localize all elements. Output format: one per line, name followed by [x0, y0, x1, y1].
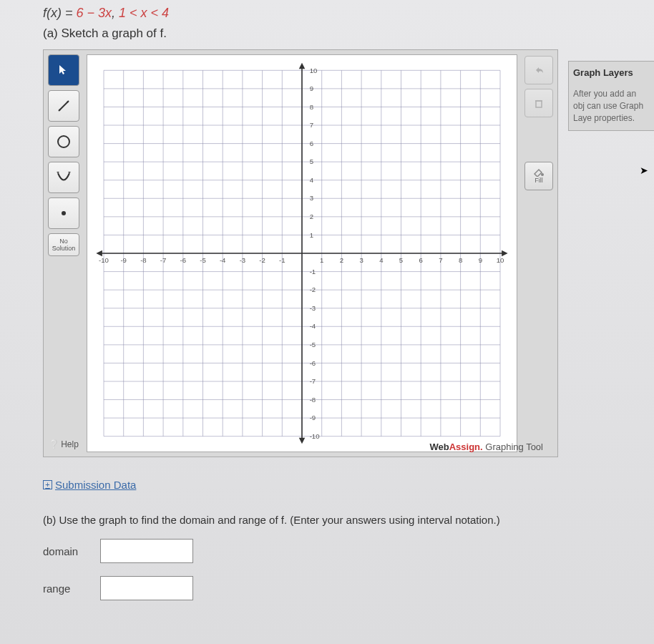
svg-text:-9: -9: [120, 256, 127, 264]
function-definition: f(x) = 6 − 3x, 1 < x < 4: [0, 0, 654, 24]
svg-text:-8: -8: [140, 256, 147, 264]
svg-text:-9: -9: [310, 414, 316, 421]
svg-text:3: 3: [359, 256, 363, 264]
right-toolbar: Fill: [520, 50, 557, 457]
svg-text:1: 1: [320, 256, 323, 264]
svg-text:2: 2: [310, 213, 313, 220]
svg-text:-5: -5: [200, 256, 206, 264]
svg-text:-3: -3: [240, 256, 246, 264]
submission-data-link[interactable]: + Submission Data: [43, 479, 136, 491]
domain-input[interactable]: [100, 539, 193, 563]
svg-text:6: 6: [419, 256, 423, 264]
svg-text:-3: -3: [310, 304, 316, 312]
range-row: range: [43, 576, 611, 600]
svg-text:-6: -6: [310, 359, 316, 367]
svg-text:-2: -2: [310, 286, 316, 293]
svg-line-0: [59, 101, 69, 111]
coordinate-plane[interactable]: -10-9-8-7-6-5-4-3-2-112345678910-10-9-8-…: [87, 54, 517, 452]
svg-point-97: [541, 173, 544, 176]
no-solution-button[interactable]: No Solution: [48, 233, 79, 256]
graph-layers-panel: Graph Layers After you add an obj can us…: [568, 61, 654, 131]
left-toolbar: No Solution ❔ Help: [44, 50, 84, 457]
svg-text:5: 5: [310, 157, 313, 165]
point-tool[interactable]: [48, 197, 79, 229]
svg-text:4: 4: [379, 256, 384, 264]
svg-text:-1: -1: [310, 268, 316, 275]
expand-icon: +: [43, 480, 52, 489]
svg-text:3: 3: [310, 194, 313, 202]
svg-text:1: 1: [310, 231, 313, 239]
svg-marker-4: [57, 172, 59, 173]
svg-text:4: 4: [310, 176, 314, 184]
part-b-label: (b) Use the graph to find the domain and…: [43, 514, 611, 526]
circle-tool[interactable]: [48, 126, 79, 157]
svg-text:-10: -10: [310, 432, 320, 440]
range-input[interactable]: [100, 576, 193, 600]
svg-marker-54: [299, 438, 306, 444]
part-a-label: (a) Sketch a graph of f.: [0, 24, 654, 47]
svg-marker-53: [299, 63, 306, 69]
parabola-tool[interactable]: [48, 162, 79, 193]
svg-text:7: 7: [310, 121, 313, 129]
svg-text:-4: -4: [220, 256, 226, 264]
svg-point-6: [62, 211, 66, 215]
svg-point-3: [58, 136, 69, 147]
svg-text:6: 6: [310, 140, 313, 147]
svg-text:9: 9: [479, 256, 482, 264]
webassign-brand: WebAssign. Graphing Tool: [429, 441, 543, 452]
svg-rect-95: [536, 101, 542, 107]
svg-text:-5: -5: [310, 341, 316, 348]
undo-button[interactable]: [524, 56, 553, 84]
layers-description: After you add an obj can use Graph Laye …: [573, 88, 650, 125]
svg-text:-4: -4: [310, 322, 316, 330]
svg-text:9: 9: [310, 84, 313, 92]
svg-text:-6: -6: [180, 256, 187, 264]
svg-text:2: 2: [340, 256, 343, 264]
range-label: range: [43, 582, 86, 595]
svg-text:7: 7: [439, 256, 442, 264]
graph-widget: No Solution ❔ Help -10-9-8-7-6-5-4-3-2-1…: [43, 49, 558, 457]
svg-text:10: 10: [497, 256, 504, 264]
svg-text:-10: -10: [99, 256, 109, 264]
delete-button[interactable]: [524, 89, 553, 117]
layers-title: Graph Layers: [573, 67, 650, 78]
domain-label: domain: [43, 545, 86, 557]
pointer-tool[interactable]: [48, 54, 79, 86]
svg-text:-7: -7: [310, 377, 316, 385]
svg-text:-1: -1: [279, 256, 285, 264]
cursor-icon: ➤: [640, 165, 648, 176]
svg-text:-2: -2: [259, 256, 265, 264]
domain-row: domain: [43, 539, 611, 563]
svg-text:-7: -7: [160, 256, 167, 264]
fill-button[interactable]: Fill: [524, 162, 553, 190]
svg-text:8: 8: [310, 103, 313, 111]
line-tool[interactable]: [48, 90, 79, 122]
svg-text:5: 5: [399, 256, 403, 264]
svg-text:-8: -8: [310, 396, 316, 404]
help-icon: ❔: [49, 439, 59, 449]
svg-marker-5: [68, 172, 71, 173]
svg-text:8: 8: [459, 256, 462, 264]
svg-text:10: 10: [310, 67, 318, 74]
help-link[interactable]: ❔ Help: [49, 439, 79, 452]
